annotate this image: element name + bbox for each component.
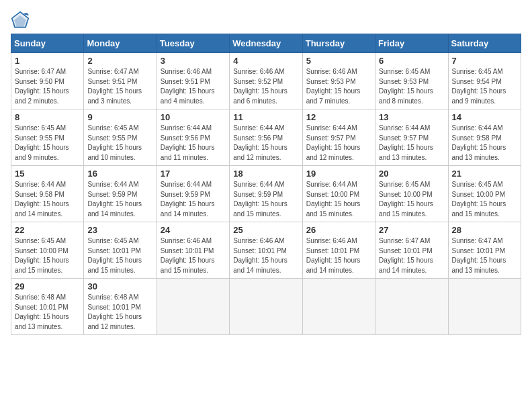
day-info: Sunrise: 6:44 AM Sunset: 9:56 PM Dayligh… <box>161 124 226 163</box>
calendar-cell: 4 Sunrise: 6:46 AM Sunset: 9:52 PM Dayli… <box>230 53 302 109</box>
day-info: Sunrise: 6:45 AM Sunset: 10:00 PM Daylig… <box>15 236 80 275</box>
day-number: 8 <box>15 112 80 122</box>
day-number: 22 <box>15 225 80 235</box>
calendar-cell: 19 Sunrise: 6:44 AM Sunset: 10:00 PM Day… <box>302 166 375 222</box>
day-number: 26 <box>306 225 371 235</box>
day-number: 13 <box>379 112 444 122</box>
calendar-table: SundayMondayTuesdayWednesdayThursdayFrid… <box>11 34 521 335</box>
day-number: 28 <box>452 225 517 235</box>
day-info: Sunrise: 6:46 AM Sunset: 10:01 PM Daylig… <box>161 236 226 275</box>
day-info: Sunrise: 6:48 AM Sunset: 10:01 PM Daylig… <box>87 293 152 332</box>
day-number: 6 <box>379 56 444 66</box>
day-info: Sunrise: 6:45 AM Sunset: 10:00 PM Daylig… <box>452 180 517 219</box>
calendar-week-row: 1 Sunrise: 6:47 AM Sunset: 9:50 PM Dayli… <box>11 53 521 109</box>
day-number: 25 <box>233 225 298 235</box>
col-header-monday: Monday <box>84 34 157 53</box>
day-info: Sunrise: 6:45 AM Sunset: 9:55 PM Dayligh… <box>15 124 80 163</box>
day-info: Sunrise: 6:44 AM Sunset: 9:57 PM Dayligh… <box>306 124 371 163</box>
day-info: Sunrise: 6:47 AM Sunset: 9:51 PM Dayligh… <box>87 67 152 106</box>
calendar-cell: 3 Sunrise: 6:46 AM Sunset: 9:51 PM Dayli… <box>157 53 229 109</box>
day-number: 27 <box>379 225 444 235</box>
day-info: Sunrise: 6:44 AM Sunset: 9:58 PM Dayligh… <box>15 180 80 219</box>
calendar-cell: 24 Sunrise: 6:46 AM Sunset: 10:01 PM Day… <box>157 222 229 279</box>
calendar-cell: 1 Sunrise: 6:47 AM Sunset: 9:50 PM Dayli… <box>11 53 84 109</box>
day-number: 12 <box>306 112 371 122</box>
day-number: 15 <box>15 169 80 179</box>
calendar-cell: 29 Sunrise: 6:48 AM Sunset: 10:01 PM Day… <box>11 279 84 335</box>
day-info: Sunrise: 6:48 AM Sunset: 10:01 PM Daylig… <box>15 293 80 332</box>
calendar-cell <box>157 279 229 335</box>
col-header-sunday: Sunday <box>11 34 84 53</box>
day-number: 5 <box>306 56 371 66</box>
day-number: 4 <box>233 56 298 66</box>
col-header-saturday: Saturday <box>448 34 521 53</box>
calendar-cell: 17 Sunrise: 6:44 AM Sunset: 9:59 PM Dayl… <box>157 166 229 222</box>
day-number: 18 <box>233 169 298 179</box>
calendar-cell: 20 Sunrise: 6:45 AM Sunset: 10:00 PM Day… <box>375 166 448 222</box>
calendar-cell: 15 Sunrise: 6:44 AM Sunset: 9:58 PM Dayl… <box>11 166 84 222</box>
calendar-cell: 30 Sunrise: 6:48 AM Sunset: 10:01 PM Day… <box>84 279 157 335</box>
day-number: 16 <box>87 169 152 179</box>
day-number: 30 <box>87 281 152 291</box>
day-info: Sunrise: 6:44 AM Sunset: 10:00 PM Daylig… <box>306 180 371 219</box>
day-info: Sunrise: 6:46 AM Sunset: 10:01 PM Daylig… <box>233 236 298 275</box>
calendar-cell <box>302 279 375 335</box>
day-number: 20 <box>379 169 444 179</box>
calendar-cell: 7 Sunrise: 6:45 AM Sunset: 9:54 PM Dayli… <box>448 53 521 109</box>
day-info: Sunrise: 6:47 AM Sunset: 10:01 PM Daylig… <box>379 236 444 275</box>
day-number: 9 <box>87 112 152 122</box>
day-info: Sunrise: 6:45 AM Sunset: 9:55 PM Dayligh… <box>87 124 152 163</box>
col-header-wednesday: Wednesday <box>230 34 302 53</box>
day-number: 7 <box>452 56 517 66</box>
day-info: Sunrise: 6:46 AM Sunset: 9:53 PM Dayligh… <box>306 67 371 106</box>
calendar-header-row: SundayMondayTuesdayWednesdayThursdayFrid… <box>11 34 521 53</box>
calendar-cell: 25 Sunrise: 6:46 AM Sunset: 10:01 PM Day… <box>230 222 302 279</box>
day-number: 3 <box>161 56 226 66</box>
calendar-cell: 8 Sunrise: 6:45 AM Sunset: 9:55 PM Dayli… <box>11 109 84 166</box>
calendar-cell: 12 Sunrise: 6:44 AM Sunset: 9:57 PM Dayl… <box>302 109 375 166</box>
calendar-cell: 10 Sunrise: 6:44 AM Sunset: 9:56 PM Dayl… <box>157 109 229 166</box>
calendar-cell: 23 Sunrise: 6:45 AM Sunset: 10:01 PM Day… <box>84 222 157 279</box>
day-number: 17 <box>161 169 226 179</box>
calendar-cell: 16 Sunrise: 6:44 AM Sunset: 9:59 PM Dayl… <box>84 166 157 222</box>
calendar-cell: 21 Sunrise: 6:45 AM Sunset: 10:00 PM Day… <box>448 166 521 222</box>
calendar-cell: 2 Sunrise: 6:47 AM Sunset: 9:51 PM Dayli… <box>84 53 157 109</box>
calendar-week-row: 29 Sunrise: 6:48 AM Sunset: 10:01 PM Day… <box>11 279 521 335</box>
day-info: Sunrise: 6:44 AM Sunset: 9:58 PM Dayligh… <box>452 124 517 163</box>
day-info: Sunrise: 6:46 AM Sunset: 10:01 PM Daylig… <box>306 236 371 275</box>
calendar-week-row: 22 Sunrise: 6:45 AM Sunset: 10:00 PM Day… <box>11 222 521 279</box>
logo-icon <box>11 11 30 30</box>
day-number: 2 <box>87 56 152 66</box>
calendar-cell <box>448 279 521 335</box>
day-info: Sunrise: 6:45 AM Sunset: 10:01 PM Daylig… <box>87 236 152 275</box>
day-number: 14 <box>452 112 517 122</box>
day-info: Sunrise: 6:47 AM Sunset: 10:01 PM Daylig… <box>452 236 517 275</box>
col-header-tuesday: Tuesday <box>157 34 229 53</box>
page-header <box>11 11 521 30</box>
day-info: Sunrise: 6:46 AM Sunset: 9:52 PM Dayligh… <box>233 67 298 106</box>
day-number: 29 <box>15 281 80 291</box>
day-info: Sunrise: 6:47 AM Sunset: 9:50 PM Dayligh… <box>15 67 80 106</box>
calendar-cell: 26 Sunrise: 6:46 AM Sunset: 10:01 PM Day… <box>302 222 375 279</box>
calendar-week-row: 8 Sunrise: 6:45 AM Sunset: 9:55 PM Dayli… <box>11 109 521 166</box>
day-info: Sunrise: 6:44 AM Sunset: 9:59 PM Dayligh… <box>233 180 298 219</box>
day-info: Sunrise: 6:45 AM Sunset: 9:54 PM Dayligh… <box>452 67 517 106</box>
day-number: 1 <box>15 56 80 66</box>
calendar-cell: 9 Sunrise: 6:45 AM Sunset: 9:55 PM Dayli… <box>84 109 157 166</box>
day-number: 11 <box>233 112 298 122</box>
calendar-cell <box>375 279 448 335</box>
calendar-cell <box>230 279 302 335</box>
col-header-friday: Friday <box>375 34 448 53</box>
day-info: Sunrise: 6:45 AM Sunset: 9:53 PM Dayligh… <box>379 67 444 106</box>
day-info: Sunrise: 6:44 AM Sunset: 9:59 PM Dayligh… <box>161 180 226 219</box>
day-number: 24 <box>161 225 226 235</box>
logo <box>11 11 32 30</box>
calendar-cell: 5 Sunrise: 6:46 AM Sunset: 9:53 PM Dayli… <box>302 53 375 109</box>
calendar-cell: 6 Sunrise: 6:45 AM Sunset: 9:53 PM Dayli… <box>375 53 448 109</box>
calendar-cell: 27 Sunrise: 6:47 AM Sunset: 10:01 PM Day… <box>375 222 448 279</box>
calendar-cell: 13 Sunrise: 6:44 AM Sunset: 9:57 PM Dayl… <box>375 109 448 166</box>
calendar-week-row: 15 Sunrise: 6:44 AM Sunset: 9:58 PM Dayl… <box>11 166 521 222</box>
day-number: 21 <box>452 169 517 179</box>
calendar-cell: 18 Sunrise: 6:44 AM Sunset: 9:59 PM Dayl… <box>230 166 302 222</box>
day-number: 10 <box>161 112 226 122</box>
